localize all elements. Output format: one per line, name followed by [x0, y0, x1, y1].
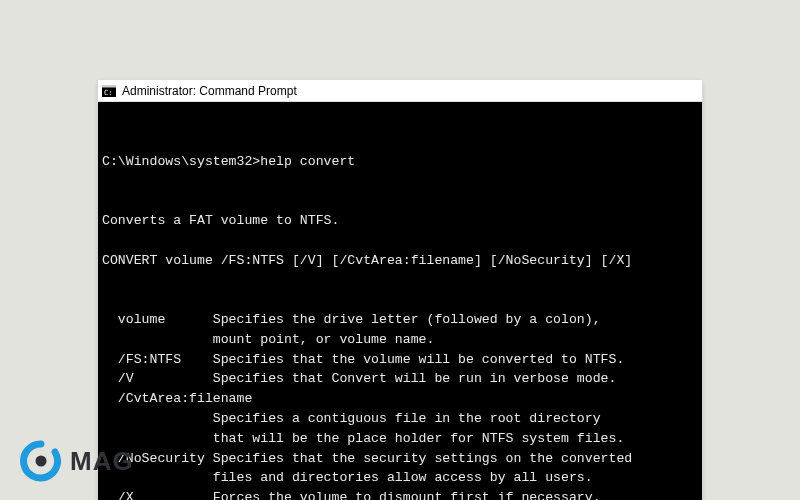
output-line: [102, 290, 698, 310]
output-line: CONVERT volume /FS:NTFS [/V] [/CvtArea:f…: [102, 251, 698, 271]
cmd-icon: C:: [102, 84, 116, 98]
output-line: /X Forces the volume to dismount first i…: [102, 488, 698, 500]
output-line: volume Specifies the drive letter (follo…: [102, 310, 698, 330]
output-line: mount point, or volume name.: [102, 330, 698, 350]
output-line: Converts a FAT volume to NTFS.: [102, 211, 698, 231]
titlebar[interactable]: C: Administrator: Command Prompt: [98, 80, 702, 102]
output-line: /NoSecurity Specifies that the security …: [102, 449, 698, 469]
command-1: help convert: [260, 154, 355, 169]
output-line: Specifies a contiguous file in the root …: [102, 409, 698, 429]
window-title: Administrator: Command Prompt: [122, 84, 297, 98]
command-output: Converts a FAT volume to NTFS. CONVERT v…: [102, 211, 698, 500]
prompt-line-1: C:\Windows\system32>help convert: [102, 152, 698, 172]
output-line: [102, 231, 698, 251]
brand-logo: MAG: [20, 440, 134, 482]
svg-text:C:: C:: [104, 89, 112, 97]
output-line: files and directories allow access by al…: [102, 468, 698, 488]
svg-rect-1: [102, 85, 116, 88]
prompt-1: C:\Windows\system32>: [102, 154, 260, 169]
output-line: that will be the place holder for NTFS s…: [102, 429, 698, 449]
output-line: /CvtArea:filename: [102, 389, 698, 409]
svg-point-3: [36, 456, 47, 467]
output-line: /FS:NTFS Specifies that the volume will …: [102, 350, 698, 370]
output-line: [102, 270, 698, 290]
terminal-body[interactable]: C:\Windows\system32>help convert Convert…: [98, 102, 702, 500]
command-prompt-window: C: Administrator: Command Prompt C:\Wind…: [98, 80, 702, 500]
output-line: /V Specifies that Convert will be run in…: [102, 369, 698, 389]
logo-text: MAG: [70, 446, 134, 477]
logo-mark-icon: [20, 440, 62, 482]
